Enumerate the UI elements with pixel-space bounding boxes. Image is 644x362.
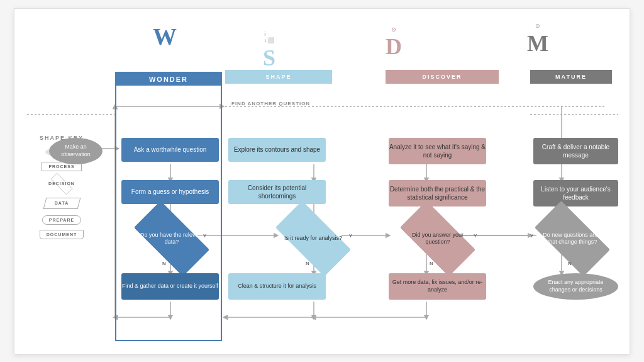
clean-structure-node: Clean & structure it for analysis [228, 273, 326, 300]
wonder-letter: W [153, 23, 177, 50]
y-label-answer: Y [474, 233, 477, 239]
decision-shape-wrap: DECISION [43, 176, 80, 191]
shape-bar: SHAPE [225, 70, 332, 84]
consider-shortcomings-node: Consider its potential shortcomings [228, 180, 326, 204]
enact-changes-node: Enact any appropriate changes or decisio… [533, 273, 618, 300]
determine-significance-node: Determine both the practical & the stati… [389, 180, 486, 206]
is-ready-node: Is it ready for analysis? [279, 220, 348, 257]
main-container: W i↓⬜ S ⊙ D ⊙ M SHAPE DISCOVER MATURE WO… [14, 8, 630, 354]
discover-bar: DISCOVER [386, 70, 499, 84]
form-guess-node: Form a guess or hypothesis [121, 180, 219, 204]
make-observation-node: Make an observation [49, 138, 103, 164]
shape-key-data: DATA [27, 196, 96, 210]
n-label-ready: N [306, 261, 309, 266]
shape-key-decision: DECISION [27, 176, 96, 191]
shape-key-document: DOCUMENT [27, 230, 96, 239]
find-gather-node: Find & gather data or create it yourself [121, 273, 219, 300]
do-you-have-data-node: Do you have the relevant data? [137, 220, 206, 257]
shape-key-prepare: PREPARE [27, 215, 96, 225]
listen-feedback-node: Listen to your audience's feedback [533, 180, 618, 206]
n-label-answer: N [430, 261, 433, 266]
data-label: DATA [55, 201, 69, 205]
did-you-answer-node: Did you answer your question? [403, 220, 472, 257]
mature-phase: ⊙ M [527, 23, 548, 57]
analyze-it-node: Analyze it to see what it's saying & not… [389, 138, 486, 164]
discover-phase: ⊙ D [386, 26, 402, 60]
wonder-block: WONDER [115, 72, 222, 341]
get-more-data-node: Get more data, fix issues, and/or re-ana… [389, 273, 486, 300]
wonder-header: WONDER [116, 73, 221, 86]
y-label-ready: Y [349, 233, 352, 239]
mature-bar: MATURE [530, 70, 612, 84]
n-label-data: N [162, 261, 166, 266]
shape-phase: i↓⬜ S [263, 31, 275, 71]
y-label-questions: Y [530, 233, 533, 239]
ask-question-node: Ask a worthwhile question [121, 138, 219, 162]
prepare-shape: PREPARE [42, 215, 81, 225]
find-another-label: FIND ANOTHER QUESTION [231, 101, 310, 106]
data-shape-wrap: DATA [40, 196, 84, 210]
craft-deliver-node: Craft & deliver a notable message [533, 138, 618, 164]
do-new-questions-node: Do new questions arise that change thing… [538, 220, 607, 257]
document-shape: DOCUMENT [40, 230, 84, 239]
n-label-questions: N [568, 261, 572, 266]
explore-contours-node: Explore its contours and shape [228, 138, 326, 162]
decision-label: DECISION [48, 181, 75, 186]
